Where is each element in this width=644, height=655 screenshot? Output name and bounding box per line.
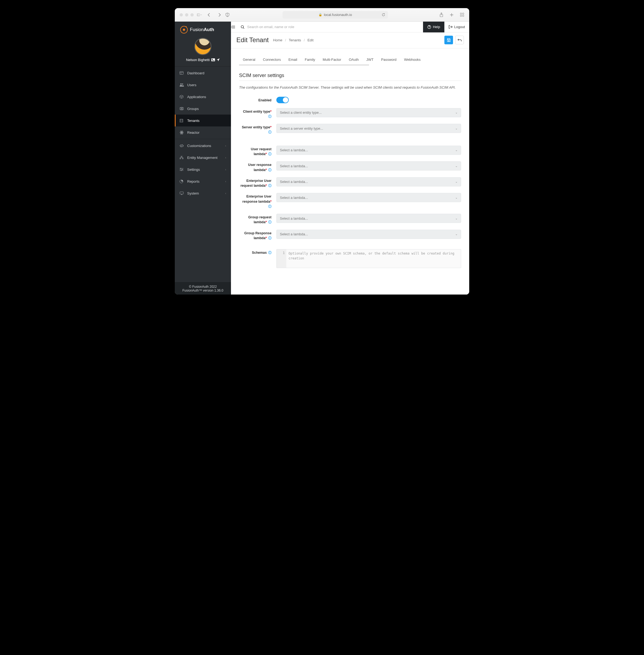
- info-icon[interactable]: ⓘ: [268, 236, 272, 240]
- code-icon: [180, 144, 184, 147]
- close-window-icon[interactable]: [180, 13, 183, 17]
- back-button[interactable]: [455, 36, 464, 44]
- sidebar-item-system[interactable]: System ‹: [175, 187, 231, 199]
- user-name: Nelson Bighetti: [186, 58, 210, 62]
- tab-jwt[interactable]: JWT: [363, 55, 377, 64]
- help-button[interactable]: Help: [423, 22, 444, 32]
- client-entity-select[interactable]: Select a client entity type...⌄: [276, 108, 461, 117]
- info-icon[interactable]: ⓘ: [268, 220, 272, 224]
- shield-icon[interactable]: [225, 13, 230, 17]
- sidebar-item-dashboard[interactable]: Dashboard: [175, 67, 231, 79]
- svg-rect-0: [197, 14, 200, 16]
- search-input[interactable]: [247, 25, 421, 29]
- sidebar-item-applications[interactable]: Applications: [175, 91, 231, 103]
- page-title: Edit Tenant: [236, 36, 269, 44]
- sidebar-item-groups[interactable]: Groups: [175, 103, 231, 115]
- save-icon: [447, 38, 451, 42]
- url-bar[interactable]: 🔒 local.fusionauth.io: [282, 11, 388, 19]
- sidebar-item-label: Groups: [187, 107, 199, 111]
- server-entity-label: Server entity type* ⓘ: [239, 124, 272, 135]
- svg-point-35: [182, 169, 183, 170]
- schemas-editor[interactable]: 1 Optionally provide your own SCIM schem…: [276, 249, 461, 268]
- tab-webhooks[interactable]: Webhooks: [400, 55, 424, 64]
- sidebar-item-reactor[interactable]: Reactor: [175, 127, 231, 138]
- tab-email[interactable]: Email: [285, 55, 301, 64]
- search-icon: [241, 25, 245, 29]
- section-description: The configurations for the FusionAuth SC…: [239, 85, 461, 90]
- schemas-placeholder: Optionally provide your own SCIM schema,…: [286, 249, 461, 268]
- chevron-down-icon: ⌄: [455, 196, 458, 199]
- breadcrumb: Home / Tenants / Edit: [273, 38, 314, 42]
- tab-multi-factor[interactable]: Multi-Factor: [319, 55, 345, 64]
- browser-window: 🔒 local.fusionauth.io FusionAuth Nelson …: [175, 8, 469, 295]
- svg-point-14: [181, 84, 182, 85]
- undo-icon: [458, 38, 462, 42]
- user-profile[interactable]: Nelson Bighetti: [175, 37, 231, 66]
- id-card-icon: [211, 59, 215, 61]
- share-icon[interactable]: [439, 13, 444, 17]
- tab-general[interactable]: General: [239, 55, 259, 64]
- tab-password[interactable]: Password: [377, 55, 400, 64]
- new-tab-icon[interactable]: [449, 13, 454, 17]
- brand[interactable]: FusionAuth: [175, 22, 231, 37]
- group-res-select[interactable]: Select a lambda...⌄: [276, 230, 461, 239]
- group-req-select[interactable]: Select a lambda...⌄: [276, 214, 461, 223]
- minimize-window-icon[interactable]: [185, 13, 188, 17]
- sidebar-item-label: System: [187, 191, 199, 195]
- sidebar-item-entity-management[interactable]: Entity Management ‹: [175, 152, 231, 163]
- info-icon[interactable]: ⓘ: [268, 130, 272, 134]
- sidebar-item-label: Dashboard: [187, 71, 205, 75]
- main-content: Help Logout Edit Tenant Home / Tenants /…: [231, 22, 469, 295]
- info-icon[interactable]: ⓘ: [268, 205, 272, 208]
- sidebar-item-users[interactable]: Users: [175, 79, 231, 91]
- ent-user-req-select[interactable]: Select a lambda...⌄: [276, 177, 461, 186]
- info-icon[interactable]: ⓘ: [268, 251, 272, 254]
- logout-button[interactable]: Logout: [444, 25, 469, 29]
- lock-icon: 🔒: [319, 13, 322, 17]
- sidebar-item-customizations[interactable]: Customizations ‹: [175, 140, 231, 152]
- copyright: © FusionAuth 2022: [175, 285, 231, 289]
- group-req-label: Group request lambda* ⓘ: [239, 214, 272, 225]
- breadcrumb-tenants[interactable]: Tenants: [289, 38, 301, 42]
- sliders-icon: [180, 168, 184, 171]
- ent-user-res-select[interactable]: Select a lambda...⌄: [276, 193, 461, 202]
- server-entity-select[interactable]: Select a server entity type...⌄: [276, 124, 461, 133]
- tabs-overview-icon[interactable]: [460, 13, 464, 17]
- tab-connectors[interactable]: Connectors: [259, 55, 284, 64]
- sidebar-item-label: Users: [187, 83, 197, 87]
- nav-forward-icon[interactable]: [217, 13, 222, 17]
- user-res-select[interactable]: Select a lambda...⌄: [276, 161, 461, 171]
- client-entity-label: Client entity type* ⓘ: [239, 108, 272, 119]
- svg-rect-19: [180, 119, 183, 122]
- sidebar-toggle-icon[interactable]: [197, 13, 202, 17]
- collapse-sidebar-icon[interactable]: [231, 25, 239, 29]
- sidebar: FusionAuth Nelson Bighetti Dashboard: [175, 22, 231, 295]
- info-icon[interactable]: ⓘ: [268, 115, 272, 118]
- content-area: General Connectors Email Family Multi-Fa…: [231, 48, 469, 295]
- sidebar-item-tenants[interactable]: Tenants: [175, 115, 231, 127]
- sidebar-item-reports[interactable]: Reports ‹: [175, 175, 231, 187]
- info-icon[interactable]: ⓘ: [268, 168, 272, 172]
- traffic-lights: [180, 13, 194, 17]
- svg-rect-38: [180, 192, 183, 194]
- info-icon[interactable]: ⓘ: [268, 184, 272, 187]
- svg-rect-4: [462, 13, 464, 14]
- breadcrumb-home[interactable]: Home: [273, 38, 282, 42]
- nav-back-icon[interactable]: [207, 13, 211, 17]
- enabled-toggle[interactable]: [276, 97, 289, 103]
- sidebar-item-settings[interactable]: Settings ‹: [175, 163, 231, 175]
- svg-rect-29: [180, 158, 181, 159]
- info-icon[interactable]: ⓘ: [268, 152, 272, 156]
- sidebar-item-label: Tenants: [187, 119, 200, 123]
- tab-bar: General Connectors Email Family Multi-Fa…: [239, 55, 461, 66]
- user-req-select[interactable]: Select a lambda...⌄: [276, 145, 461, 155]
- tab-family[interactable]: Family: [301, 55, 319, 64]
- version: FusionAuth™ version 1.36.0: [175, 289, 231, 292]
- enabled-label: Enabled: [239, 97, 272, 103]
- tab-oauth[interactable]: OAuth: [345, 55, 363, 64]
- refresh-icon[interactable]: [381, 13, 386, 17]
- maximize-window-icon[interactable]: [190, 13, 194, 17]
- building-icon: [180, 119, 184, 122]
- sidebar-footer: © FusionAuth 2022 FusionAuth™ version 1.…: [175, 283, 231, 295]
- save-button[interactable]: [444, 36, 453, 44]
